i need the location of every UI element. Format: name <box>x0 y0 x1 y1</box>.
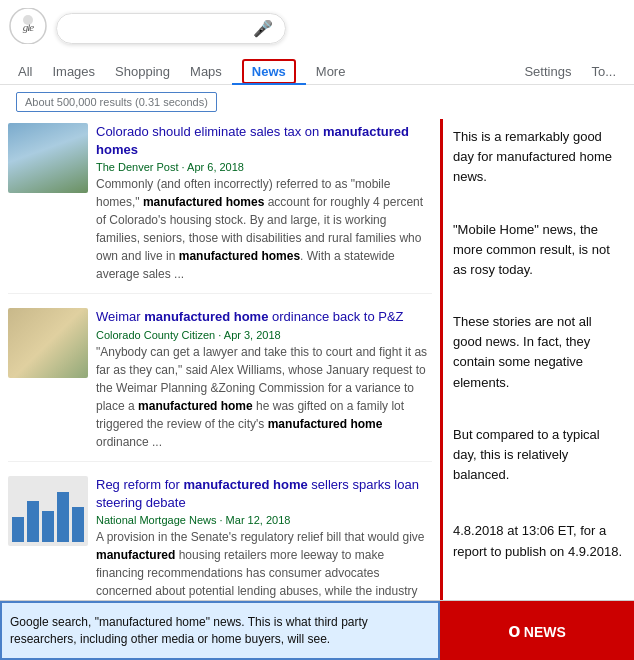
tab-all[interactable]: All <box>8 59 42 84</box>
result-title[interactable]: Weimar manufactured home ordinance back … <box>96 308 432 326</box>
list-item: Weimar manufactured home ordinance back … <box>8 308 432 461</box>
header: gle manufactured home 🎤 <box>0 0 634 57</box>
result-snippet: A provision in the Senate's regulatory r… <box>96 528 432 600</box>
result-title[interactable]: Colorado should eliminate sales tax on m… <box>96 123 432 159</box>
result-source: The Denver Post · Apr 6, 2018 <box>96 161 432 173</box>
result-thumbnail <box>8 476 88 546</box>
svg-point-2 <box>23 15 33 25</box>
bottom-section: Google search, "manufactured home" news.… <box>0 600 634 660</box>
result-snippet: Commonly (and often incorrectly) referre… <box>96 175 432 283</box>
search-bar[interactable]: manufactured home 🎤 <box>56 13 286 44</box>
result-content: Weimar manufactured home ordinance back … <box>96 308 432 450</box>
list-item: Colorado should eliminate sales tax on m… <box>8 123 432 294</box>
news-tab-box: News <box>242 59 296 84</box>
tab-images[interactable]: Images <box>42 59 105 84</box>
annotation-block-4: But compared to a typical day, this is r… <box>453 425 624 485</box>
news-logo: o NEWS <box>508 619 566 642</box>
search-results-list: Colorado should eliminate sales tax on m… <box>0 119 440 600</box>
result-source: National Mortgage News · Mar 12, 2018 <box>96 514 432 526</box>
page-wrapper: gle manufactured home 🎤 All Images Shopp… <box>0 0 634 660</box>
annotation-block-3: These stories are not all good news. In … <box>453 312 624 393</box>
nav-tabs: All Images Shopping Maps News More Setti… <box>0 57 634 85</box>
result-thumbnail <box>8 123 88 193</box>
tab-tools[interactable]: To... <box>581 59 626 84</box>
annotation-block-2: "Mobile Home" news, the more common resu… <box>453 220 624 280</box>
mic-icon[interactable]: 🎤 <box>253 19 273 38</box>
tab-shopping[interactable]: Shopping <box>105 59 180 84</box>
result-snippet: "Anybody can get a lawyer and take this … <box>96 343 432 451</box>
result-content: Colorado should eliminate sales tax on m… <box>96 123 432 283</box>
annotation-block-1: This is a remarkably good day for manufa… <box>453 127 624 187</box>
bottom-right-logo: o NEWS <box>440 601 634 660</box>
result-source: Colorado County Citizen · Apr 3, 2018 <box>96 329 432 341</box>
result-title[interactable]: Reg reform for manufactured home sellers… <box>96 476 432 512</box>
tab-maps[interactable]: Maps <box>180 59 232 84</box>
result-content: Reg reform for manufactured home sellers… <box>96 476 432 600</box>
annotation-block-5: 4.8.2018 at 13:06 ET, for a report to pu… <box>453 521 624 561</box>
tab-more[interactable]: More <box>306 59 356 84</box>
tab-settings[interactable]: Settings <box>514 59 581 84</box>
bottom-caption: Google search, "manufactured home" news.… <box>0 601 440 660</box>
search-input[interactable]: manufactured home <box>69 21 253 37</box>
middle-section: Colorado should eliminate sales tax on m… <box>0 119 634 600</box>
list-item: Reg reform for manufactured home sellers… <box>8 476 432 600</box>
tab-news[interactable]: News <box>232 59 306 84</box>
google-logo: gle <box>8 8 48 49</box>
results-count-bar: About 500,000 results (0.31 seconds) <box>0 85 634 119</box>
annotation-panel: This is a remarkably good day for manufa… <box>440 119 634 600</box>
result-thumbnail <box>8 308 88 378</box>
bars-chart-thumb <box>8 476 88 546</box>
results-count: About 500,000 results (0.31 seconds) <box>16 92 217 112</box>
